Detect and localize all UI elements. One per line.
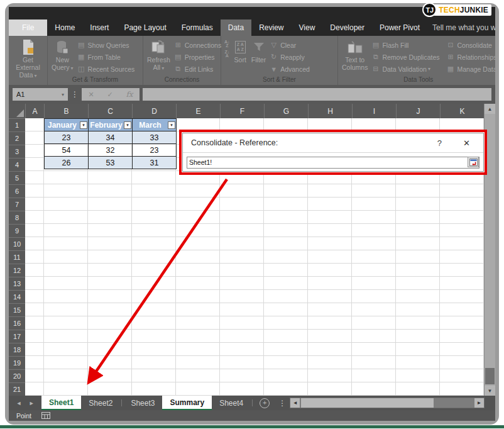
grid-cell-F9[interactable]: [220, 224, 264, 237]
ribbon-tab-file[interactable]: File: [9, 20, 47, 36]
grid-cell-C8[interactable]: [88, 211, 132, 224]
show-queries-button[interactable]: ▤Show Queries: [77, 39, 135, 51]
grid-cell-F13[interactable]: [220, 277, 264, 290]
connections-button[interactable]: ⊞Connections: [173, 39, 221, 51]
grid-cell-I8[interactable]: [352, 211, 396, 224]
grid-cell-H11[interactable]: [308, 250, 352, 264]
grid-cell-K10[interactable]: [440, 237, 484, 250]
table-header-cell[interactable]: March▼: [133, 119, 177, 131]
grid-cell-F12[interactable]: [220, 264, 264, 277]
table-cell[interactable]: 54: [45, 144, 89, 157]
scroll-left-icon[interactable]: ◄: [290, 398, 300, 408]
grid-cell-K19[interactable]: [440, 356, 484, 369]
grid-cell-C12[interactable]: [88, 264, 132, 277]
grid-cell-K11[interactable]: [440, 250, 484, 264]
flash-fill-button[interactable]: ▤Flash Fill: [371, 39, 439, 51]
macro-record-icon[interactable]: [41, 412, 50, 419]
grid-cell-H13[interactable]: [308, 277, 352, 290]
sheet-nav-right-icon[interactable]: ►: [29, 400, 35, 406]
column-header-B[interactable]: B: [44, 104, 88, 118]
scroll-right-icon[interactable]: ►: [474, 398, 484, 408]
grid-cell-E6[interactable]: [176, 184, 220, 198]
grid-cell-F8[interactable]: [220, 211, 264, 224]
grid-cell-H7[interactable]: [308, 198, 352, 211]
column-header-K[interactable]: K: [440, 104, 484, 118]
grid-cell-D5[interactable]: [132, 171, 176, 184]
table-cell[interactable]: 33: [133, 131, 177, 144]
table-cell[interactable]: 32: [89, 144, 133, 157]
grid-cell-G21[interactable]: [264, 382, 308, 396]
grid-cell-J20[interactable]: [396, 369, 440, 382]
grid-cell-C6[interactable]: [88, 184, 132, 198]
grid-cell-H20[interactable]: [308, 369, 352, 382]
grid-cell-F6[interactable]: [220, 184, 264, 198]
grid-cell-D8[interactable]: [132, 211, 176, 224]
grid-cell-J6[interactable]: [396, 184, 440, 198]
grid-cell-J15[interactable]: [396, 303, 440, 316]
grid-cell-G9[interactable]: [264, 224, 308, 237]
insert-function-icon[interactable]: fx: [126, 90, 133, 99]
column-header-D[interactable]: D: [132, 104, 176, 118]
column-header-I[interactable]: I: [352, 104, 396, 118]
row-header-1[interactable]: 1: [9, 118, 25, 131]
get-external-data-button[interactable]: Get External Data▾: [11, 38, 45, 81]
grid-cell-E8[interactable]: [176, 211, 220, 224]
grid-cell-C9[interactable]: [88, 224, 132, 237]
row-header-21[interactable]: 21: [9, 382, 25, 396]
grid-cell-I10[interactable]: [352, 237, 396, 250]
grid-cell-H19[interactable]: [308, 356, 352, 369]
column-header-E[interactable]: E: [176, 104, 220, 118]
grid-cell-I21[interactable]: [352, 382, 396, 396]
column-header-J[interactable]: J: [396, 104, 440, 118]
ribbon-tab-power-pivot[interactable]: Power Pivot: [372, 20, 427, 36]
grid-cell-B8[interactable]: [44, 211, 88, 224]
sheet-tab-sheet3[interactable]: Sheet3: [123, 396, 162, 410]
grid-cell-D20[interactable]: [132, 369, 176, 382]
grid-cell-I11[interactable]: [352, 250, 396, 264]
collapse-dialog-button[interactable]: [468, 157, 479, 167]
row-header-11[interactable]: 11: [9, 250, 25, 264]
new-sheet-button[interactable]: +: [254, 396, 275, 410]
reapply-button[interactable]: ↻Reapply: [269, 51, 310, 63]
grid-cell-K21[interactable]: [440, 382, 484, 396]
grid-cell-A7[interactable]: [25, 198, 44, 211]
row-header-6[interactable]: 6: [9, 184, 25, 198]
grid-cell-D11[interactable]: [132, 250, 176, 264]
ribbon-tab-home[interactable]: Home: [47, 20, 82, 36]
recent-sources-button[interactable]: ◫Recent Sources: [77, 63, 135, 75]
consolidate-button[interactable]: ⊡Consolidate: [446, 39, 495, 51]
grid-cell-C18[interactable]: [88, 343, 132, 356]
filter-dropdown-button[interactable]: ▼: [124, 121, 131, 129]
grid-cell-F21[interactable]: [220, 382, 264, 396]
column-header-A[interactable]: A: [25, 104, 44, 118]
refresh-all-button[interactable]: Refresh All▾: [145, 38, 172, 73]
grid-cell-B11[interactable]: [44, 250, 88, 264]
grid-cell-A5[interactable]: [25, 171, 44, 184]
grid-cell-D16[interactable]: [132, 316, 176, 330]
grid-cell-G6[interactable]: [264, 184, 308, 198]
relationships-button[interactable]: ⊞Relationships: [446, 51, 495, 63]
grid-cell-D18[interactable]: [132, 343, 176, 356]
grid-cell-G17[interactable]: [264, 330, 308, 343]
horizontal-scroll-thumb[interactable]: [301, 398, 434, 408]
sort-button[interactable]: Z AA Z Sort: [233, 38, 248, 64]
grid-cell-G8[interactable]: [264, 211, 308, 224]
grid-cell-E9[interactable]: [176, 224, 220, 237]
grid-cell-I16[interactable]: [352, 316, 396, 330]
grid-cell-G11[interactable]: [264, 250, 308, 264]
formula-input[interactable]: [143, 88, 491, 101]
grid-cell-A15[interactable]: [25, 303, 44, 316]
column-header-C[interactable]: C: [88, 104, 132, 118]
grid-cell-C7[interactable]: [88, 198, 132, 211]
grid-cell-A11[interactable]: [25, 250, 44, 264]
grid-cell-A4[interactable]: [25, 158, 44, 171]
grid-cell-J10[interactable]: [396, 237, 440, 250]
grid-cell-A13[interactable]: [25, 277, 44, 290]
sheetbar-drag-handle[interactable]: ⋮: [275, 396, 289, 410]
grid-cell-E10[interactable]: [176, 237, 220, 250]
grid-cell-B7[interactable]: [44, 198, 88, 211]
text-to-columns-button[interactable]: Text to Columns: [340, 38, 370, 72]
grid-cell-F14[interactable]: [220, 290, 264, 303]
from-table-button[interactable]: ▦From Table: [77, 51, 135, 63]
grid-cell-K20[interactable]: [440, 369, 484, 382]
